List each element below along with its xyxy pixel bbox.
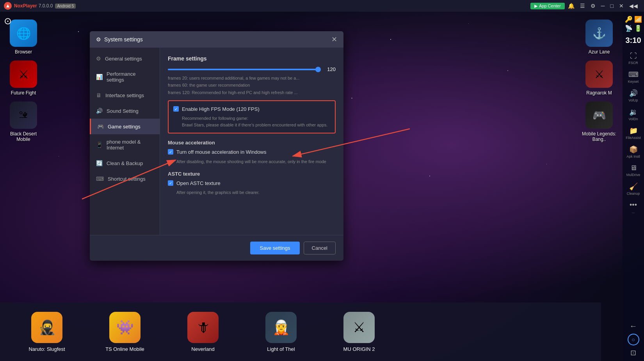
black-desert-app[interactable]: 🏜 Black Desert Mobile	[4, 101, 43, 142]
fscr-button[interactable]: ⛶ FSCR	[624, 50, 643, 67]
back-nav-icon[interactable]: ←	[630, 322, 637, 331]
naruto-name: Naruto: Slugfest	[28, 346, 65, 352]
ts-online-icon: 👾	[109, 312, 141, 343]
desktop-icons-right: ⚓ Azur Lane ⚔ Ragnarok M 🎮 Mobile Legend…	[580, 20, 619, 142]
mouse-accel-title: Mouse acceleration	[168, 140, 336, 146]
astc-checkbox[interactable]: ✓	[168, 180, 173, 186]
fps-slider-thumb[interactable]	[315, 67, 321, 72]
menu-button[interactable]: ☰	[578, 2, 587, 10]
wifi-icon: 📶	[634, 16, 642, 23]
ragnarok-app[interactable]: ⚔ Ragnarok M	[580, 60, 619, 96]
main-content: ⊙ 🌐 Browser ⚔ Future Fight 🏜 Black Deser…	[0, 12, 623, 361]
high-fps-label: Enable High FPS Mode (120 FPS)	[182, 106, 260, 113]
mobile-legends-app[interactable]: 🎮 Mobile Legends: Bang..	[580, 101, 619, 142]
nav-performance[interactable]: 📊 Performance settings	[90, 66, 160, 87]
shortcut-nav-icon: ⌨	[96, 176, 104, 182]
settings-content: Frame settings 120 frames 20: users reco…	[160, 48, 343, 235]
check-icon: ✓	[174, 107, 178, 111]
black-desert-icon: 🏜	[10, 101, 37, 129]
dialog-title: ⚙ System settings	[96, 36, 143, 43]
ts-online-name: TS Online Mobile	[105, 346, 144, 352]
home-button[interactable]: ○	[628, 334, 639, 345]
fps-hint-1: frames 20: users recommend additional, a…	[168, 75, 336, 81]
nav-interface[interactable]: 🖥 Interface settings	[90, 87, 160, 103]
nav-phone[interactable]: 📱 phone model & Internet	[90, 134, 160, 155]
naruto-app[interactable]: 🥷 Naruto: Slugfest	[8, 312, 86, 352]
volup-button[interactable]: 🔊 VolUp	[624, 87, 643, 105]
azur-lane-name: Azur Lane	[589, 49, 610, 55]
future-fight-app[interactable]: ⚔ Future Fight	[4, 60, 43, 96]
battery-icon: 🔋	[634, 25, 642, 32]
save-settings-button[interactable]: Save settings	[250, 242, 299, 254]
mouse-accel-checkbox[interactable]: ✓	[168, 149, 173, 155]
fps-slider-track[interactable]	[168, 69, 318, 70]
dialog-footer: Save settings Cancel	[90, 235, 343, 261]
restore-button[interactable]: □	[608, 2, 616, 10]
muldrive-button[interactable]: 🖥 MulDrive	[624, 162, 643, 179]
light-of-thel-app[interactable]: 🧝 Light of Thel	[242, 312, 320, 352]
phone-nav-icon: 📱	[96, 142, 103, 148]
svg-marker-0	[6, 4, 9, 7]
fps-hint-2: frames 60: the game user recommendation	[168, 82, 336, 88]
astc-title: ASTC texture	[168, 171, 336, 177]
nox-logo-text: NoxPlayer 7.0.0.0	[14, 3, 53, 9]
mobile-legends-icon: 🎮	[585, 101, 613, 129]
play-icon: ▶	[534, 4, 537, 9]
home-icon-desktop[interactable]: ⊙	[4, 16, 12, 27]
android-badge: Android 5	[55, 4, 76, 9]
cleanup-icon: 🧹	[629, 182, 638, 191]
app-center-button[interactable]: ▶ App Center	[530, 3, 565, 9]
ts-online-app[interactable]: 👾 TS Online Mobile	[86, 312, 164, 352]
voldn-button[interactable]: 🔉 VolDn	[624, 105, 643, 123]
high-fps-box: ✓ Enable High FPS Mode (120 FPS) Recomme…	[168, 100, 336, 133]
mobile-legends-name: Mobile Legends: Bang..	[580, 131, 619, 142]
bottom-bar: 🥷 Naruto: Slugfest 👾 TS Online Mobile 🗡 …	[0, 302, 601, 361]
nav-backup[interactable]: 🔄 Clean & Backup	[90, 155, 160, 171]
mouse-accel-checkbox-row: ✓ Turn off mouse acceleration in Windows	[168, 149, 336, 156]
azur-lane-app[interactable]: ⚓ Azur Lane	[580, 20, 619, 55]
future-fight-icon: ⚔	[10, 60, 37, 88]
azur-lane-icon: ⚓	[585, 20, 613, 47]
fps-slider-value: 120	[322, 66, 336, 72]
astc-check-icon: ✓	[169, 181, 172, 185]
nav-sound[interactable]: 🔊 Sound Setting	[90, 103, 160, 119]
cancel-button[interactable]: Cancel	[304, 242, 336, 254]
light-of-thel-name: Light of Thel	[267, 346, 295, 352]
topbar-left: NoxPlayer 7.0.0.0 Android 5	[0, 2, 80, 10]
nav-general[interactable]: ⚙ General settings	[90, 51, 160, 66]
voldn-label: VolDn	[628, 117, 638, 121]
fps-slider-fill	[168, 69, 318, 70]
more-button[interactable]: ••• ...	[624, 199, 643, 216]
more-icon: •••	[630, 201, 637, 209]
settings-button[interactable]: ⚙	[588, 2, 598, 10]
naruto-icon: 🥷	[31, 312, 62, 343]
fscr-label: FSCR	[628, 61, 638, 65]
nav-game[interactable]: 🎮 Game settings	[90, 119, 160, 134]
minimize-button[interactable]: ─	[599, 2, 607, 10]
dialog-close-button[interactable]: ✕	[331, 36, 337, 43]
high-fps-checkbox[interactable]: ✓	[173, 106, 179, 112]
mu-origin-app[interactable]: ⚔ MU ORIGIN 2	[320, 312, 398, 352]
desktop-icons-left: 🌐 Browser ⚔ Future Fight 🏜 Black Desert …	[4, 20, 43, 142]
astc-desc: After opening it, the graphics will be c…	[176, 189, 336, 196]
muldrive-icon: 🖥	[630, 164, 637, 172]
back-button[interactable]: ◀◀	[627, 2, 640, 10]
fileassist-button[interactable]: 📁 FileAssist	[624, 124, 643, 142]
fileassist-icon: 📁	[629, 126, 638, 135]
astc-label: Open ASTC texture	[176, 180, 221, 187]
keyset-button[interactable]: ⌨ Keyset	[624, 68, 643, 86]
volup-icon: 🔊	[629, 89, 638, 98]
cleanup-button[interactable]: 🧹 Cleanup	[624, 180, 643, 198]
shortcut-nav-label: Shortcut settings	[108, 176, 146, 182]
nav-shortcut[interactable]: ⌨ Shortcut settings	[90, 171, 160, 187]
bell-button[interactable]: 🔔	[566, 2, 577, 10]
keyset-icon: ⌨	[628, 70, 639, 79]
apkinstl-icon: 📦	[629, 145, 638, 154]
mouse-accel-desc: After disabling, the mouse shooting will…	[176, 158, 336, 165]
apkinstl-button[interactable]: 📦 Apk Instl	[624, 143, 643, 161]
close-button[interactable]: ✕	[617, 2, 626, 10]
muldrive-label: MulDrive	[626, 173, 640, 177]
square-nav-icon[interactable]: ⊡	[630, 349, 636, 357]
neverland-app[interactable]: 🗡 Neverland	[164, 312, 242, 352]
fscr-icon: ⛶	[630, 52, 637, 60]
